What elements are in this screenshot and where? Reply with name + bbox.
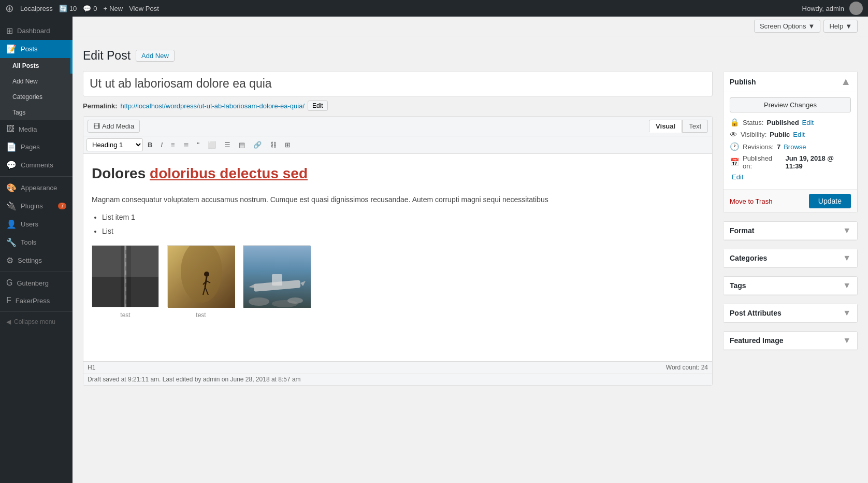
publish-visibility-row: 👁 Visibility: Public Edit	[730, 130, 851, 139]
pages-icon: 📄	[6, 142, 17, 152]
featured-image-box-header[interactable]: Featured Image ▼	[724, 332, 857, 350]
permalink-edit-button[interactable]: Edit	[308, 101, 328, 111]
published-date-edit-link[interactable]: Edit	[732, 173, 743, 181]
sidebar-item-label: Gutenberg	[17, 279, 48, 287]
calendar-icon: 📅	[730, 158, 740, 167]
add-media-button[interactable]: 🎞 Add Media	[88, 120, 140, 133]
editor-image-2[interactable]	[167, 245, 235, 307]
sidebar-item-posts[interactable]: 📝 Posts	[0, 40, 73, 58]
help-button[interactable]: Help ▼	[823, 20, 858, 33]
submenu-tags[interactable]: Tags	[0, 105, 73, 120]
permalink-link[interactable]: http://localhost/wordpress/ut-ut-ab-labo…	[120, 102, 305, 110]
submenu-categories[interactable]: Categories	[0, 89, 73, 105]
adminbar-comments[interactable]: 💬 0	[83, 5, 97, 12]
editor-image-2-wrap: test	[167, 245, 235, 320]
table-button[interactable]: ⊞	[281, 138, 294, 151]
sidebar-item-users[interactable]: 👤 Users	[0, 215, 73, 233]
editor-bottom-bar: H1 Word count: 24	[83, 361, 712, 373]
align-left-button[interactable]: ⬜	[204, 138, 220, 151]
align-right-button[interactable]: ▤	[235, 138, 249, 151]
editor-image-3[interactable]	[243, 245, 310, 307]
admin-sidebar: ⊞ Dashboard 📝 Posts All Posts Add New Ca…	[0, 17, 73, 483]
tags-box-header[interactable]: Tags ▼	[724, 277, 857, 295]
publish-date-row: 📅 Published on: Jun 19, 2018 @ 11:39	[730, 154, 851, 170]
collapse-arrow-icon: ◀	[6, 318, 11, 325]
gutenberg-icon: G	[6, 278, 12, 288]
svg-point-7	[204, 272, 209, 277]
screen-options-button[interactable]: Screen Options ▼	[754, 20, 820, 33]
ordered-list-button[interactable]: ≣	[180, 138, 193, 151]
adminbar-howdy: Howdy, admin	[802, 5, 844, 12]
submenu-add-new[interactable]: Add New	[0, 74, 73, 89]
draft-status: Word count: 24	[666, 364, 708, 371]
submenu-all-posts[interactable]: All Posts	[0, 58, 73, 74]
sidebar-item-tools[interactable]: 🔧 Tools	[0, 233, 73, 251]
post-title-input[interactable]	[83, 71, 713, 96]
visual-tab[interactable]: Visual	[649, 120, 682, 133]
wp-logo-icon[interactable]: ⊛	[5, 2, 14, 15]
sidebar-item-media[interactable]: 🖼 Media	[0, 120, 73, 138]
sidebar-item-gutenberg[interactable]: G Gutenberg	[0, 274, 73, 292]
settings-icon: ⚙	[6, 255, 13, 265]
adminbar-view-post[interactable]: View Post	[129, 5, 159, 12]
visibility-edit-link[interactable]: Edit	[793, 131, 804, 138]
preview-changes-button[interactable]: Preview Changes	[730, 97, 851, 112]
editor-content[interactable]: Dolores doloribus delectus sed Magnam co…	[83, 154, 712, 361]
sidebar-item-label: Posts	[21, 45, 38, 53]
image-2-caption: test	[196, 310, 206, 320]
sidebar-item-label: Comments	[21, 161, 53, 169]
status-edit-link[interactable]: Edit	[802, 119, 814, 126]
permalink-row: Permalink: http://localhost/wordpress/ut…	[83, 101, 713, 111]
unlink-button[interactable]: ⛓	[266, 138, 280, 151]
featured-image-box-title: Featured Image	[730, 336, 783, 345]
text-tab[interactable]: Text	[682, 120, 708, 133]
adminbar-new[interactable]: + New	[104, 5, 123, 12]
adminbar-right: Howdy, admin	[802, 2, 863, 15]
sidebar-item-comments[interactable]: 💬 Comments	[0, 156, 73, 174]
link-button[interactable]: 🔗	[250, 138, 265, 151]
unordered-list-button[interactable]: ≡	[167, 138, 179, 151]
sidebar-item-settings[interactable]: ⚙ Settings	[0, 251, 73, 269]
chevron-down-icon: ▼	[845, 22, 852, 30]
sidebar-item-appearance[interactable]: 🎨 Appearance	[0, 179, 73, 197]
post-attributes-box-header[interactable]: Post Attributes ▼	[724, 304, 857, 322]
publish-toggle-icon[interactable]: ▲	[841, 76, 851, 88]
editor-toolbar: Heading 1 Heading 2 Heading 3 Paragraph …	[83, 136, 712, 154]
format-box: Format ▼	[723, 221, 858, 240]
adminbar-avatar[interactable]	[849, 2, 863, 15]
editor-image-1[interactable]	[92, 245, 159, 307]
add-media-icon: 🎞	[93, 122, 100, 130]
list-item-2: List	[102, 225, 704, 237]
visual-text-tabs: Visual Text	[649, 120, 708, 133]
categories-box-header[interactable]: Categories ▼	[724, 249, 857, 267]
collapse-menu-button[interactable]: ◀ Collapse menu	[0, 314, 73, 330]
italic-button[interactable]: I	[157, 138, 166, 151]
adminbar-updates[interactable]: 🔄 10	[59, 5, 77, 12]
categories-toggle-icon: ▼	[843, 253, 851, 263]
publish-box-header: Publish ▲	[724, 72, 857, 92]
featured-image-box: Featured Image ▼	[723, 331, 858, 350]
format-box-header[interactable]: Format ▼	[724, 222, 857, 240]
status-icon: 🔒	[730, 118, 740, 127]
update-button[interactable]: Update	[809, 194, 851, 208]
revisions-browse-link[interactable]: Browse	[784, 143, 806, 151]
heading-select[interactable]: Heading 1 Heading 2 Heading 3 Paragraph	[86, 138, 143, 151]
visibility-label: Visibility:	[741, 131, 766, 138]
adminbar-site-name[interactable]: Localpress	[20, 5, 53, 12]
publish-box: Publish ▲ Preview Changes 🔒 Status: Publ…	[723, 71, 858, 213]
add-new-button[interactable]: Add New	[136, 50, 175, 62]
move-to-trash-link[interactable]: Move to Trash	[730, 197, 772, 205]
sidebar-item-plugins[interactable]: 🔌 Plugins 7	[0, 197, 73, 215]
sidebar-item-pages[interactable]: 📄 Pages	[0, 138, 73, 156]
blockquote-button[interactable]: "	[194, 138, 204, 151]
posts-submenu: All Posts Add New Categories Tags	[0, 58, 73, 120]
published-value: Jun 19, 2018 @ 11:39	[785, 154, 851, 170]
editor-path: H1	[88, 364, 95, 371]
bold-button[interactable]: B	[144, 138, 156, 151]
editor-scroll-wrap: Dolores doloribus delectus sed Magnam co…	[83, 154, 712, 361]
align-center-button[interactable]: ☰	[221, 138, 234, 151]
post-main: Permalink: http://localhost/wordpress/ut…	[83, 71, 713, 386]
sidebar-item-dashboard[interactable]: ⊞ Dashboard	[0, 22, 73, 40]
image-1-caption: test	[120, 310, 130, 320]
sidebar-item-fakerpress[interactable]: F FakerPress	[0, 292, 73, 309]
